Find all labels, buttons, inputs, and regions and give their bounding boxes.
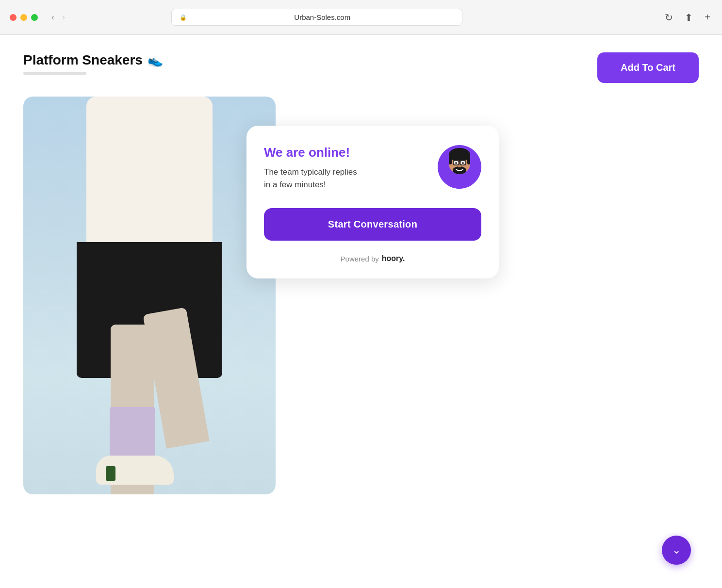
url-text: Urban-Soles.com <box>191 13 454 21</box>
add-to-cart-button[interactable]: Add To Cart <box>597 52 699 83</box>
svg-rect-3 <box>467 155 470 164</box>
address-bar[interactable]: 🔒 Urban-Soles.com <box>171 9 462 26</box>
nav-arrows: ‹ › <box>49 10 67 24</box>
browser-chrome: ‹ › 🔒 Urban-Soles.com ↻ ⬆ + <box>0 0 722 35</box>
start-conversation-button[interactable]: Start Conversation <box>264 208 481 241</box>
svg-point-1 <box>449 148 470 162</box>
page-content: Platform Sneakers 👟 Add To Cart <box>0 35 722 588</box>
reply-time-text: The team typically repliesin a few minut… <box>264 166 428 191</box>
chat-header: We are online! The team typically replie… <box>264 145 481 191</box>
agent-avatar <box>438 145 481 189</box>
forward-button[interactable]: › <box>60 10 67 24</box>
title-underline <box>23 72 86 75</box>
page-title-section: Platform Sneakers 👟 <box>23 52 163 75</box>
powered-by-prefix: Powered by <box>341 255 379 263</box>
title-emoji: 👟 <box>148 53 163 68</box>
person-figure <box>23 97 276 494</box>
svg-point-8 <box>462 162 464 164</box>
svg-point-13 <box>447 175 472 189</box>
new-tab-button[interactable]: + <box>703 10 712 25</box>
traffic-light-close[interactable] <box>10 14 16 21</box>
avatar-svg <box>438 145 481 189</box>
online-status-text: We are online! <box>264 145 428 160</box>
powered-by-brand: hoory. <box>382 254 405 263</box>
chat-widget: We are online! The team typically replie… <box>246 126 499 278</box>
traffic-light-maximize[interactable] <box>31 14 38 21</box>
share-button[interactable]: ⬆ <box>683 10 695 25</box>
back-button[interactable]: ‹ <box>49 10 56 24</box>
traffic-light-minimize[interactable] <box>20 14 27 21</box>
svg-point-12 <box>458 165 461 167</box>
page-title-text: Platform Sneakers <box>23 52 143 68</box>
collapse-chat-button[interactable]: ⌄ <box>662 536 691 565</box>
reload-button[interactable]: ↻ <box>663 10 675 25</box>
svg-point-7 <box>455 162 457 164</box>
product-area: We are online! The team typically replie… <box>23 97 699 494</box>
page-header: Platform Sneakers 👟 Add To Cart <box>23 52 699 83</box>
traffic-lights <box>10 14 38 21</box>
chat-status-section: We are online! The team typically replie… <box>264 145 428 191</box>
page-title: Platform Sneakers 👟 <box>23 52 163 68</box>
lock-icon: 🔒 <box>180 14 187 21</box>
browser-actions: ↻ ⬆ + <box>663 10 712 25</box>
sneaker-detail <box>106 466 115 481</box>
product-image <box>23 97 276 494</box>
svg-rect-2 <box>449 155 452 164</box>
powered-by: Powered by hoory. <box>264 254 481 263</box>
chevron-down-icon: ⌄ <box>672 544 681 556</box>
